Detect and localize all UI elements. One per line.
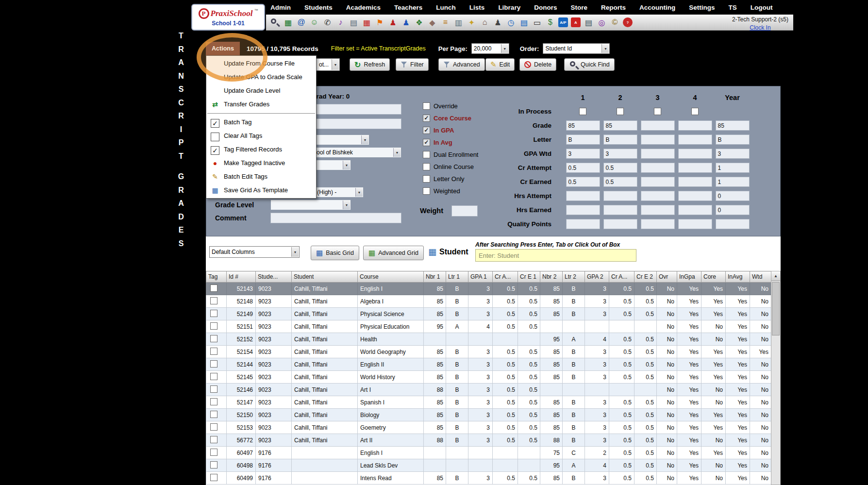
quick-find-button[interactable]: Quick Find <box>564 58 615 71</box>
row-tag-checkbox[interactable] <box>210 310 217 317</box>
field-grade-1[interactable]: 85 <box>566 120 600 131</box>
refresh-button[interactable]: ↻ Refresh <box>350 58 390 71</box>
menu-item-update-grade-level[interactable]: Update Grade Level <box>206 84 316 98</box>
email-at-icon[interactable]: @ <box>296 17 306 28</box>
row-tag-checkbox[interactable] <box>210 398 217 405</box>
column-header-cr-e-2[interactable]: Cr E 2 <box>634 271 657 283</box>
column-header-wtd[interactable]: Wtd <box>750 271 771 283</box>
tag-icon[interactable]: ❖ <box>414 17 424 28</box>
field-letter-5[interactable]: B <box>716 134 750 145</box>
row-tag-checkbox[interactable] <box>210 297 217 304</box>
nav-item-ts[interactable]: TS <box>728 4 736 11</box>
column-header-gpa-1[interactable]: GPA 1 <box>468 271 493 283</box>
weight-input[interactable] <box>451 205 478 217</box>
field-gpa-wtd-5[interactable]: 3 <box>716 149 750 159</box>
exit-door-icon[interactable]: ⌂ <box>480 17 490 28</box>
field-cr-earned-4[interactable] <box>678 177 712 187</box>
help-icon[interactable]: ? <box>623 17 633 27</box>
per-page-select[interactable]: 20,000 ▼ <box>471 43 509 54</box>
checkbox-letter-only[interactable] <box>423 175 430 183</box>
row-tag-checkbox[interactable] <box>210 385 217 393</box>
field-hrs-attempt-2[interactable] <box>603 191 637 201</box>
table-row[interactable]: 604989176Lead Skls Dev95A40.50.5NoYesNoY… <box>206 459 771 472</box>
checkbox-weighted[interactable] <box>423 187 430 195</box>
field-gpa-wtd-4[interactable] <box>678 149 712 159</box>
field-hrs-earned-4[interactable] <box>678 205 712 215</box>
table-row[interactable]: 521489023Cahill, TiffaniAlgebra I85B30.5… <box>206 295 771 308</box>
contacts-icon[interactable]: ▥ <box>453 17 464 28</box>
field-cr-attempt-4[interactable] <box>678 163 712 173</box>
scrollbar-thumb[interactable] <box>772 282 780 335</box>
table-row[interactable]: 521479023Cahill, TiffaniSpanish I85B30.5… <box>206 396 771 409</box>
field-hrs-attempt-5[interactable]: 0 <box>716 191 750 201</box>
row-tag-checkbox[interactable] <box>210 373 217 380</box>
field-hrs-earned-5[interactable]: 0 <box>716 205 750 215</box>
table-row[interactable]: 521459023Cahill, TiffaniWorld History85B… <box>206 371 771 384</box>
table-row[interactable]: 604999176Intens Read85B30.50.585B30.50.5… <box>206 472 771 485</box>
column-header-cr-a[interactable]: Cr A... <box>609 271 634 283</box>
advanced-filter-button[interactable]: Advanced <box>438 58 485 71</box>
column-header-nbr-2[interactable]: Nbr 2 <box>540 271 563 283</box>
target-icon[interactable]: ◎ <box>597 17 607 28</box>
table-scrollbar[interactable]: ▲ <box>771 271 781 485</box>
nav-item-accounting[interactable]: Accounting <box>639 4 675 11</box>
clock-icon[interactable]: ◷ <box>506 17 516 28</box>
nav-item-logout[interactable]: Logout <box>751 4 773 11</box>
menu-item-batch-edit-tags[interactable]: ✎Batch Edit Tags <box>206 170 316 184</box>
student-icon[interactable]: ♟ <box>401 17 411 28</box>
row-tag-checkbox[interactable] <box>210 411 217 418</box>
menu-item-transfer-grades[interactable]: ⇄Transfer Grades <box>206 98 316 111</box>
table-row[interactable]: 567729023Cahill, TiffaniArt II88B30.50.5… <box>206 434 771 447</box>
field-quality-points-4[interactable] <box>678 219 712 229</box>
field-grade-4[interactable] <box>678 120 712 131</box>
field-letter-3[interactable] <box>641 134 675 145</box>
nav-item-academics[interactable]: Academics <box>346 4 381 11</box>
filter-button[interactable]: Filter <box>396 58 429 71</box>
table-row[interactable]: 521469023Cahill, TiffaniArt I88B30.50.5N… <box>206 384 771 396</box>
menu-item-clear-all-tags[interactable]: Clear All Tags <box>206 129 316 143</box>
search-icon[interactable] <box>270 17 280 28</box>
table-row[interactable]: 521449023Cahill, TiffaniEnglish II85B30.… <box>206 358 771 371</box>
nav-item-teachers[interactable]: Teachers <box>394 4 422 11</box>
menu-item-make-tagged-inactive[interactable]: ●Make Tagged Inactive <box>206 156 316 170</box>
money-icon[interactable]: $ <box>545 17 555 28</box>
field-hrs-attempt-1[interactable] <box>566 191 600 201</box>
column-header-gpa-2[interactable]: GPA 2 <box>585 271 609 283</box>
field-quality-points-3[interactable] <box>641 219 675 229</box>
column-header-course[interactable]: Course <box>358 271 424 283</box>
field-gpa-wtd-2[interactable]: 3 <box>603 149 637 159</box>
field-hrs-earned-3[interactable] <box>641 205 675 215</box>
field-gpa-wtd-3[interactable] <box>641 149 675 159</box>
checkbox-online-course[interactable] <box>423 163 430 170</box>
column-header-id[interactable]: Id # <box>227 271 256 283</box>
term-select[interactable]: ▼ <box>311 134 369 145</box>
nav-item-students[interactable]: Students <box>304 4 333 11</box>
comment-input[interactable] <box>270 213 401 223</box>
delete-button[interactable]: Delete <box>519 58 556 71</box>
field-quality-points-2[interactable] <box>603 219 637 229</box>
field-letter-2[interactable]: B <box>603 134 637 145</box>
column-header-core[interactable]: Core <box>701 271 726 283</box>
praxischool-logo[interactable]: P PraxiSchool ™ School 1-01 <box>191 4 265 31</box>
table-row[interactable]: 521549023Cahill, TiffaniWorld Geography8… <box>206 346 771 358</box>
column-header-inavg[interactable]: InAvg <box>726 271 750 283</box>
list-icon[interactable]: ▤ <box>519 17 529 28</box>
in-process-checkbox-4[interactable] <box>691 108 699 115</box>
field-grade-3[interactable] <box>641 120 675 131</box>
row-tag-checkbox[interactable] <box>210 284 217 292</box>
column-header-cr-e-1[interactable]: Cr E 1 <box>518 271 540 283</box>
in-process-checkbox-1[interactable] <box>579 108 586 115</box>
column-header-student[interactable]: Student <box>292 271 358 283</box>
checkbox-in-avg[interactable]: ✓ <box>423 139 430 146</box>
table-row[interactable]: 521529023Cahill, TiffaniHealth95A40.50.5… <box>206 333 771 346</box>
field-cr-earned-5[interactable]: 1 <box>716 177 750 187</box>
nav-item-lists[interactable]: Lists <box>469 4 485 11</box>
printer-icon[interactable]: ▤ <box>584 17 594 28</box>
clock-in-link[interactable]: Clock In <box>750 24 770 31</box>
field-cr-attempt-3[interactable] <box>641 163 675 173</box>
table-row[interactable]: 521519023Cahill, TiffaniPhysical Educati… <box>206 320 771 333</box>
columns-select[interactable]: Default Columns ▼ <box>209 246 300 258</box>
license-icon[interactable]: © <box>610 17 620 28</box>
checkbox-dual-enrollment[interactable] <box>423 151 430 158</box>
table-row[interactable]: 521539023Cahill, TiffaniGoemetry85B30.50… <box>206 421 771 434</box>
